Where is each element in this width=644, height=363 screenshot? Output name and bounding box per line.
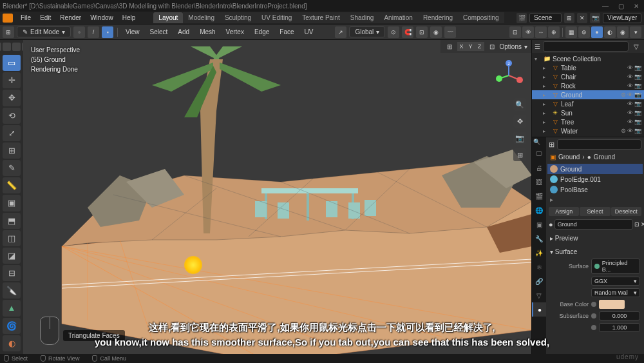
options-dropdown[interactable]: Options — [500, 43, 522, 50]
camera-icon[interactable]: 📷 — [634, 101, 641, 107]
camera-icon[interactable]: 📷 — [634, 64, 641, 71]
scene-icon[interactable]: 🎬 — [516, 13, 527, 23]
shading-solid-icon[interactable]: ● — [591, 26, 603, 38]
zoom-icon[interactable]: 🔍 — [513, 98, 526, 111]
axis-y[interactable]: Y — [466, 42, 475, 51]
tool-transform[interactable]: ⊞ — [3, 142, 21, 159]
prop-tab-particles[interactable]: ✨ — [532, 246, 546, 260]
axis-z[interactable]: Z — [475, 42, 484, 51]
subsurface-socket-icon[interactable] — [591, 313, 596, 319]
tool-loopcut[interactable]: ⊟ — [3, 265, 21, 281]
outliner-item-ground[interactable]: ▸ ▽ Ground ⚙👁📷 — [532, 90, 644, 99]
outliner-type-icon[interactable]: ☰ — [535, 43, 540, 50]
scene-browse-icon[interactable]: ⊞ — [564, 13, 574, 23]
edge-select-icon[interactable]: / — [88, 26, 99, 38]
overlay-icon[interactable]: ⊕ — [548, 26, 560, 38]
outliner-search-input[interactable] — [543, 41, 629, 52]
subsurface-radius-input[interactable]: 1.000 — [599, 323, 640, 332]
outliner-item-water[interactable]: ▸ ▽ Water ⚙👁📷 — [532, 126, 644, 135]
auto-merge-icon[interactable]: ⊡ — [487, 41, 497, 52]
outliner-item-leaf[interactable]: ▸ ▽ Leaf 👁📷 — [532, 99, 644, 108]
viewlayer-icon[interactable]: 📷 — [590, 13, 600, 23]
mode-dropdown[interactable]: ✎ Edit Mode ▾ — [17, 26, 71, 37]
deselect-button[interactable]: Deselect — [611, 207, 641, 216]
eye-icon[interactable]: 👁 — [627, 128, 633, 134]
blender-logo-icon[interactable] — [3, 14, 13, 23]
material-slot-pooledge[interactable]: PoolEdge.001 — [547, 174, 643, 184]
eye-icon[interactable]: 👁 — [627, 92, 633, 98]
outliner-item-chair[interactable]: ▸ ▽ Chair 👁📷 — [532, 72, 644, 81]
header-face[interactable]: Face — [276, 27, 298, 37]
header-edge[interactable]: Edge — [251, 27, 273, 37]
orientation-icon[interactable]: ↗ — [335, 26, 346, 38]
orientation-dropdown[interactable]: Global ▾ — [349, 26, 385, 37]
camera-icon[interactable]: 📷 — [634, 92, 641, 98]
tool-move[interactable]: ✥ — [3, 90, 21, 106]
select-button[interactable]: Select — [580, 207, 610, 216]
navigation-gizmo[interactable]: Z — [493, 59, 525, 92]
menu-render[interactable]: Render — [56, 13, 85, 23]
tool-measure[interactable]: 📏 — [3, 177, 21, 193]
subsurface-value-input[interactable]: 0.000 — [599, 311, 640, 320]
material-new-icon[interactable]: ✕ — [641, 221, 644, 228]
maximize-button[interactable]: ▢ — [616, 3, 626, 10]
eye-icon[interactable]: 👁 — [627, 101, 633, 107]
tool-knife[interactable]: 🔪 — [3, 282, 21, 299]
menu-file[interactable]: File — [17, 13, 35, 23]
vertex-select-icon[interactable]: ▫ — [73, 26, 85, 38]
surface-shader-dropdown[interactable]: Principled B... — [591, 259, 640, 274]
proportional-type-icon[interactable]: 〰 — [444, 26, 456, 38]
tool-annotate[interactable]: ✎ — [3, 160, 21, 176]
tool-spin[interactable]: 🌀 — [3, 318, 21, 334]
viewlayer-input[interactable] — [603, 13, 641, 23]
tab-texturepaint[interactable]: Texture Paint — [297, 12, 345, 23]
material-list-expand[interactable]: ▸ — [547, 195, 643, 204]
eye-icon[interactable]: 👁 — [627, 64, 633, 71]
redo-icon[interactable] — [3, 43, 11, 51]
material-users-icon[interactable]: ⊡ — [634, 221, 639, 228]
modifier-icon[interactable]: ⚙ — [621, 128, 626, 134]
camera-icon[interactable]: 📷 — [634, 128, 641, 134]
xray-icon[interactable]: ▦ — [565, 26, 577, 38]
pivot-icon[interactable]: ⊙ — [388, 26, 399, 38]
tool-rotate[interactable]: ⟲ — [3, 108, 21, 124]
menu-edit[interactable]: Edit — [36, 13, 55, 23]
header-mesh[interactable]: Mesh — [196, 27, 219, 37]
preview-header[interactable]: ▸ Preview — [550, 233, 640, 244]
outliner-scene-collection[interactable]: ▾ 📁 Scene Collection — [532, 54, 644, 63]
menu-help[interactable]: Help — [118, 13, 140, 23]
tool-select-box[interactable]: ▭ — [3, 55, 21, 71]
prop-tab-material[interactable]: ● — [532, 302, 546, 317]
tool-inset[interactable]: ◫ — [3, 230, 21, 246]
camera-icon[interactable]: 📷 — [634, 74, 641, 80]
menu-window[interactable]: Window — [86, 13, 117, 23]
material-slot-ground[interactable]: Ground — [547, 164, 643, 174]
outliner-item-sun[interactable]: ▸ ☀ Sun 👁📷 — [532, 108, 644, 117]
tab-layout[interactable]: Layout — [153, 12, 183, 23]
search-icon[interactable]: 🔍 — [533, 139, 540, 145]
mesh-edit-icon[interactable]: ⊡ — [509, 26, 521, 38]
prop-tab-physics[interactable]: ⚛ — [532, 260, 546, 274]
move-view-icon[interactable]: ✥ — [513, 115, 526, 128]
header-uv[interactable]: UV — [301, 27, 317, 37]
3d-viewport[interactable]: User Perspective (55) Ground Rendering D… — [23, 40, 531, 354]
prop-tab-constraints[interactable]: 🔗 — [532, 274, 546, 288]
assign-button[interactable]: Assign — [549, 207, 579, 216]
ggx-dropdown[interactable]: GGX▾ — [591, 277, 640, 286]
tab-animation[interactable]: Animation — [379, 12, 417, 23]
prop-tab-mesh[interactable]: ▽ — [532, 288, 546, 302]
minimize-button[interactable]: — — [600, 3, 611, 10]
tab-modeling[interactable]: Modeling — [183, 12, 220, 23]
outliner-item-tree[interactable]: ▸ ▽ Tree 👁📷 — [532, 117, 644, 126]
filter-icon[interactable]: ▽ — [631, 41, 641, 52]
tool-add-cube[interactable]: ▣ — [3, 195, 21, 211]
tab-uvediting[interactable]: UV Editing — [256, 12, 297, 23]
proportional-icon[interactable]: ◉ — [430, 26, 442, 38]
prop-tab-world[interactable]: 🌐 — [532, 203, 546, 217]
shading-material-icon[interactable]: ◐ — [604, 26, 616, 38]
tool-polybuild[interactable]: ▲ — [3, 300, 21, 316]
base-color-socket-icon[interactable] — [591, 302, 596, 307]
header-add[interactable]: Add — [174, 27, 193, 37]
header-vertex[interactable]: Vertex — [222, 27, 248, 37]
shading-options-icon[interactable]: ▾ — [630, 26, 641, 38]
